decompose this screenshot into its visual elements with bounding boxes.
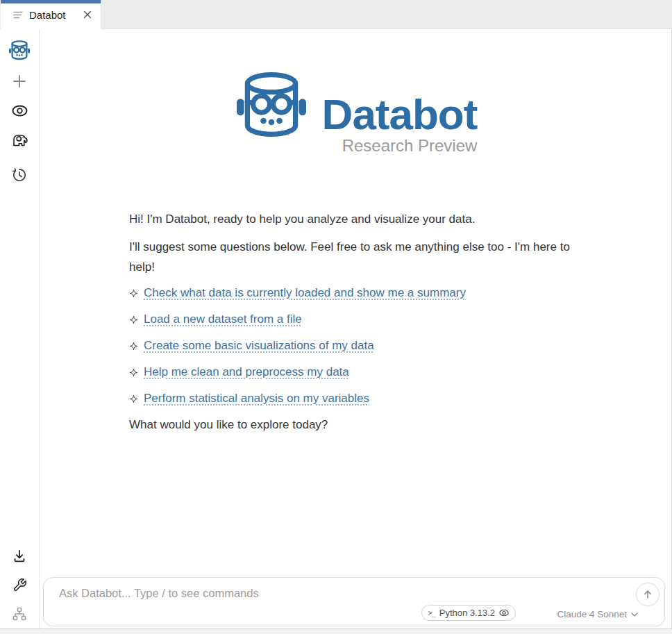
suggestion-link[interactable]: Create some basic visualizations of my d…: [144, 339, 374, 353]
tab-databot[interactable]: Databot: [1, 0, 101, 29]
tab-bar: Databot: [0, 0, 672, 29]
sidebar: [0, 29, 40, 628]
logo-subtitle: Research Preview: [322, 136, 478, 156]
logo: Databot Research Preview: [40, 69, 672, 156]
kernel-label: Python 3.13.2: [439, 608, 495, 618]
close-icon[interactable]: [83, 10, 92, 19]
logo-title: Databot: [322, 92, 478, 137]
chat-message: Hi! I'm Databot, ready to help you analy…: [129, 210, 587, 435]
up-arrow-icon: [642, 589, 653, 600]
sparkle-icon: [129, 394, 138, 403]
suggestion-item: Create some basic visualizations of my d…: [129, 333, 587, 359]
databot-window: Databot: [0, 0, 672, 634]
hierarchy-icon[interactable]: [12, 606, 27, 622]
model-label: Claude 4 Sonnet: [557, 609, 627, 619]
suggestion-link[interactable]: Perform statistical analysis on my varia…: [144, 392, 369, 406]
suggestion-item: Check what data is currently loaded and …: [129, 280, 587, 306]
suggestion-link[interactable]: Load a new dataset from a file: [144, 312, 302, 326]
terminal-prompt-icon: >_: [428, 609, 435, 617]
chevron-down-icon: [631, 612, 638, 617]
sidebar-bottom: [12, 549, 27, 628]
greeting-text: Hi! I'm Databot, ready to help you analy…: [129, 210, 587, 229]
sparkle-icon: [129, 315, 138, 324]
kernel-badge[interactable]: >_ Python 3.13.2: [421, 605, 516, 621]
wrench-icon[interactable]: [12, 578, 27, 592]
suggestion-list: Check what data is currently loaded and …: [129, 280, 587, 412]
window-bottom-edge: [0, 628, 672, 634]
composer: >_ Python 3.13.2 Claude 4 Sonnet: [43, 577, 665, 626]
sparkle-icon: [129, 368, 138, 377]
sparkle-icon: [129, 289, 138, 298]
model-selector[interactable]: Claude 4 Sonnet: [557, 609, 638, 619]
send-button[interactable]: [636, 583, 660, 606]
intro-text: I'll suggest some questions below. Feel …: [129, 237, 587, 277]
databot-robot-icon[interactable]: [8, 40, 31, 60]
suggestion-link[interactable]: Help me clean and preprocess my data: [144, 365, 349, 379]
elephant-icon[interactable]: [11, 131, 28, 149]
eye-icon[interactable]: [12, 105, 28, 117]
closing-text: What would you like to explore today?: [129, 415, 587, 435]
suggestion-link[interactable]: Check what data is currently loaded and …: [144, 286, 466, 300]
history-icon[interactable]: [12, 167, 27, 183]
suggestion-item: Load a new dataset from a file: [129, 306, 587, 333]
tab-title: Databot: [29, 9, 66, 21]
download-icon[interactable]: [12, 549, 27, 564]
sparkle-icon: [129, 342, 138, 351]
plus-icon[interactable]: [13, 75, 26, 87]
notebook-lines-icon: [13, 11, 23, 19]
kernel-eye-icon[interactable]: [499, 609, 509, 617]
databot-logo-icon: [235, 69, 308, 156]
suggestion-item: Perform statistical analysis on my varia…: [129, 385, 587, 412]
suggestion-item: Help me clean and preprocess my data: [129, 359, 587, 385]
